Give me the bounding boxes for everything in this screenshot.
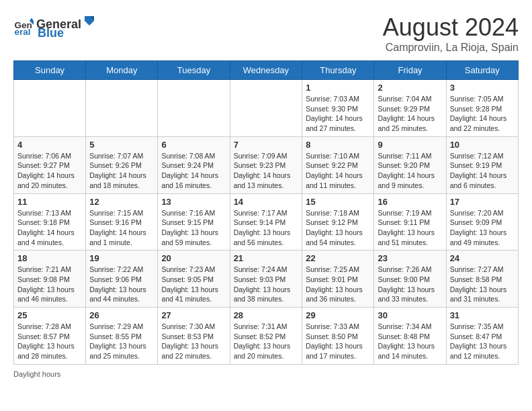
calendar-day-header: Wednesday xyxy=(230,61,302,80)
day-info: Sunrise: 7:22 AM Sunset: 9:06 PM Dayligh… xyxy=(89,265,154,304)
day-info: Sunrise: 7:26 AM Sunset: 9:00 PM Dayligh… xyxy=(378,265,442,304)
calendar-day-cell: 8Sunrise: 7:10 AM Sunset: 9:22 PM Daylig… xyxy=(302,136,374,193)
day-number: 15 xyxy=(306,197,370,207)
page-header: Gen eral General Blue August 2024 Campro… xyxy=(13,13,519,54)
calendar-day-cell: 4Sunrise: 7:06 AM Sunset: 9:27 PM Daylig… xyxy=(14,136,86,193)
calendar-day-cell: 7Sunrise: 7:09 AM Sunset: 9:23 PM Daylig… xyxy=(230,136,302,193)
day-number: 26 xyxy=(89,310,154,320)
day-number: 22 xyxy=(306,253,370,263)
day-number: 11 xyxy=(17,197,82,207)
calendar-day-cell: 11Sunrise: 7:13 AM Sunset: 9:18 PM Dayli… xyxy=(14,193,86,250)
day-number: 24 xyxy=(450,253,515,263)
calendar-day-cell: 19Sunrise: 7:22 AM Sunset: 9:06 PM Dayli… xyxy=(86,250,158,308)
day-number: 9 xyxy=(378,140,442,150)
calendar-day-cell: 3Sunrise: 7:05 AM Sunset: 9:28 PM Daylig… xyxy=(446,80,518,137)
calendar-day-cell: 16Sunrise: 7:19 AM Sunset: 9:11 PM Dayli… xyxy=(374,193,446,250)
day-info: Sunrise: 7:20 AM Sunset: 9:09 PM Dayligh… xyxy=(450,208,515,248)
day-number: 27 xyxy=(161,310,226,320)
day-info: Sunrise: 7:24 AM Sunset: 9:03 PM Dayligh… xyxy=(234,265,299,304)
day-info: Sunrise: 7:34 AM Sunset: 8:48 PM Dayligh… xyxy=(378,322,442,361)
day-info: Sunrise: 7:19 AM Sunset: 9:11 PM Dayligh… xyxy=(378,208,442,248)
logo-icon: Gen eral xyxy=(13,17,34,37)
day-info: Sunrise: 7:35 AM Sunset: 8:47 PM Dayligh… xyxy=(450,322,515,361)
day-number: 28 xyxy=(234,310,299,320)
day-number: 14 xyxy=(234,197,299,207)
day-info: Sunrise: 7:23 AM Sunset: 9:05 PM Dayligh… xyxy=(161,265,226,304)
calendar-day-cell: 13Sunrise: 7:16 AM Sunset: 9:15 PM Dayli… xyxy=(158,193,230,250)
day-info: Sunrise: 7:25 AM Sunset: 9:01 PM Dayligh… xyxy=(306,265,370,304)
day-number: 17 xyxy=(450,197,515,207)
day-info: Sunrise: 7:05 AM Sunset: 9:28 PM Dayligh… xyxy=(450,94,515,134)
calendar-day-cell: 28Sunrise: 7:31 AM Sunset: 8:52 PM Dayli… xyxy=(230,308,302,365)
calendar-day-header: Thursday xyxy=(302,61,374,80)
day-info: Sunrise: 7:15 AM Sunset: 9:16 PM Dayligh… xyxy=(89,208,154,248)
day-info: Sunrise: 7:31 AM Sunset: 8:52 PM Dayligh… xyxy=(234,322,299,361)
day-info: Sunrise: 7:27 AM Sunset: 8:58 PM Dayligh… xyxy=(450,265,515,304)
day-info: Sunrise: 7:09 AM Sunset: 9:23 PM Dayligh… xyxy=(234,151,299,191)
calendar-day-cell: 22Sunrise: 7:25 AM Sunset: 9:01 PM Dayli… xyxy=(302,250,374,308)
location-subtitle: Camproviin, La Rioja, Spain xyxy=(383,42,519,54)
day-number: 4 xyxy=(17,140,82,150)
svg-text:eral: eral xyxy=(15,27,31,37)
calendar-day-cell: 14Sunrise: 7:17 AM Sunset: 9:14 PM Dayli… xyxy=(230,193,302,250)
svg-marker-2 xyxy=(30,18,34,21)
calendar-day-cell xyxy=(158,80,230,137)
day-number: 16 xyxy=(378,197,442,207)
day-info: Sunrise: 7:13 AM Sunset: 9:18 PM Dayligh… xyxy=(17,208,82,248)
calendar-header-row: SundayMondayTuesdayWednesdayThursdayFrid… xyxy=(14,61,519,80)
daylight-label: Daylight hours xyxy=(13,370,60,378)
footer: Daylight hours xyxy=(13,370,519,378)
calendar-day-cell: 2Sunrise: 7:04 AM Sunset: 9:29 PM Daylig… xyxy=(374,80,446,137)
calendar-day-header: Tuesday xyxy=(158,61,230,80)
calendar-day-cell: 23Sunrise: 7:26 AM Sunset: 9:00 PM Dayli… xyxy=(374,250,446,308)
day-info: Sunrise: 7:11 AM Sunset: 9:20 PM Dayligh… xyxy=(378,151,442,191)
day-number: 31 xyxy=(450,310,515,320)
day-info: Sunrise: 7:29 AM Sunset: 8:55 PM Dayligh… xyxy=(89,322,154,361)
calendar-day-cell: 21Sunrise: 7:24 AM Sunset: 9:03 PM Dayli… xyxy=(230,250,302,308)
day-info: Sunrise: 7:07 AM Sunset: 9:26 PM Dayligh… xyxy=(89,151,154,191)
day-info: Sunrise: 7:28 AM Sunset: 8:57 PM Dayligh… xyxy=(17,322,82,361)
calendar-day-cell: 15Sunrise: 7:18 AM Sunset: 9:12 PM Dayli… xyxy=(302,193,374,250)
calendar-day-header: Friday xyxy=(374,61,446,80)
day-number: 18 xyxy=(17,253,82,263)
day-number: 6 xyxy=(161,140,226,150)
calendar-day-cell: 26Sunrise: 7:29 AM Sunset: 8:55 PM Dayli… xyxy=(86,308,158,365)
day-info: Sunrise: 7:12 AM Sunset: 9:19 PM Dayligh… xyxy=(450,151,515,191)
day-info: Sunrise: 7:30 AM Sunset: 8:53 PM Dayligh… xyxy=(161,322,226,361)
calendar-day-cell: 31Sunrise: 7:35 AM Sunset: 8:47 PM Dayli… xyxy=(446,308,518,365)
calendar-week-row: 25Sunrise: 7:28 AM Sunset: 8:57 PM Dayli… xyxy=(14,308,519,365)
calendar-day-cell: 20Sunrise: 7:23 AM Sunset: 9:05 PM Dayli… xyxy=(158,250,230,308)
logo-arrow-icon xyxy=(82,13,97,28)
calendar-week-row: 11Sunrise: 7:13 AM Sunset: 9:18 PM Dayli… xyxy=(14,193,519,250)
day-number: 3 xyxy=(450,83,515,93)
day-info: Sunrise: 7:18 AM Sunset: 9:12 PM Dayligh… xyxy=(306,208,370,248)
calendar-day-cell: 12Sunrise: 7:15 AM Sunset: 9:16 PM Dayli… xyxy=(86,193,158,250)
day-number: 13 xyxy=(161,197,226,207)
day-number: 12 xyxy=(89,197,154,207)
day-info: Sunrise: 7:21 AM Sunset: 9:08 PM Dayligh… xyxy=(17,265,82,304)
calendar-day-header: Sunday xyxy=(14,61,86,80)
calendar-day-cell xyxy=(14,80,86,137)
calendar-day-cell xyxy=(230,80,302,137)
calendar-day-cell: 6Sunrise: 7:08 AM Sunset: 9:24 PM Daylig… xyxy=(158,136,230,193)
day-number: 29 xyxy=(306,310,370,320)
day-number: 23 xyxy=(378,253,442,263)
calendar-day-header: Monday xyxy=(86,61,158,80)
calendar-week-row: 4Sunrise: 7:06 AM Sunset: 9:27 PM Daylig… xyxy=(14,136,519,193)
day-number: 30 xyxy=(378,310,442,320)
day-info: Sunrise: 7:33 AM Sunset: 8:50 PM Dayligh… xyxy=(306,322,370,361)
day-number: 8 xyxy=(306,140,370,150)
day-info: Sunrise: 7:16 AM Sunset: 9:15 PM Dayligh… xyxy=(161,208,226,248)
day-number: 2 xyxy=(378,83,442,93)
day-number: 10 xyxy=(450,140,515,150)
calendar-week-row: 1Sunrise: 7:03 AM Sunset: 9:30 PM Daylig… xyxy=(14,80,519,137)
calendar-day-cell: 17Sunrise: 7:20 AM Sunset: 9:09 PM Dayli… xyxy=(446,193,518,250)
calendar-day-cell: 29Sunrise: 7:33 AM Sunset: 8:50 PM Dayli… xyxy=(302,308,374,365)
calendar-day-header: Saturday xyxy=(446,61,518,80)
month-year-title: August 2024 xyxy=(383,13,519,42)
day-info: Sunrise: 7:06 AM Sunset: 9:27 PM Dayligh… xyxy=(17,151,82,191)
calendar-day-cell: 9Sunrise: 7:11 AM Sunset: 9:20 PM Daylig… xyxy=(374,136,446,193)
day-number: 20 xyxy=(161,253,226,263)
day-info: Sunrise: 7:10 AM Sunset: 9:22 PM Dayligh… xyxy=(306,151,370,191)
calendar-day-cell: 10Sunrise: 7:12 AM Sunset: 9:19 PM Dayli… xyxy=(446,136,518,193)
